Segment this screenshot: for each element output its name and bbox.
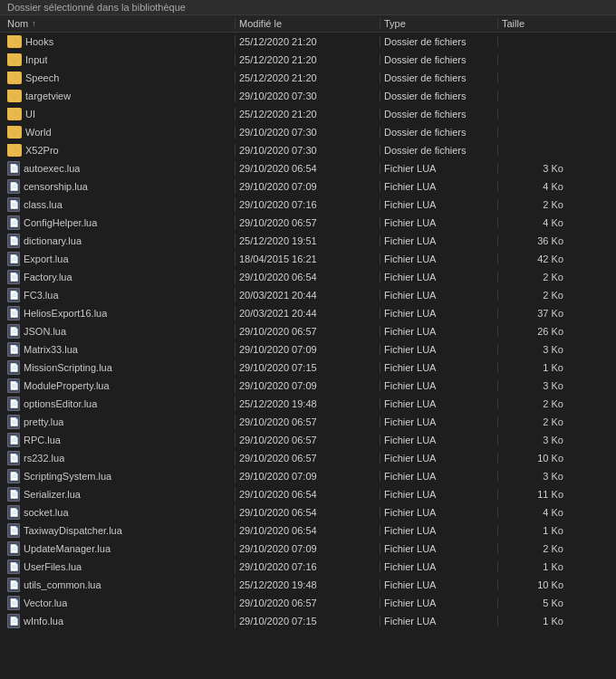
file-name: censorship.lua xyxy=(24,181,88,192)
table-row[interactable]: 📄FC3.lua20/03/2021 20:44Fichier LUA2 Ko xyxy=(0,286,616,304)
table-row[interactable]: 📄pretty.lua29/10/2020 06:57Fichier LUA2 … xyxy=(0,413,616,431)
table-row[interactable]: 📄UserFiles.lua29/10/2020 07:16Fichier LU… xyxy=(0,558,616,576)
file-size: 2 Ko xyxy=(498,272,571,282)
file-name: FC3.lua xyxy=(24,290,59,301)
file-name: Vector.lua xyxy=(24,598,67,608)
lua-file-icon: 📄 xyxy=(7,215,20,230)
table-row[interactable]: X52Pro29/10/2020 07:30Dossier de fichier… xyxy=(0,141,616,159)
file-name-cell: 📄utils_common.lua xyxy=(0,578,236,592)
file-name-cell: 📄socket.lua xyxy=(0,505,236,520)
file-size: 5 Ko xyxy=(498,598,571,608)
table-row[interactable]: Speech25/12/2020 21:20Dossier de fichier… xyxy=(0,69,616,87)
file-type: Fichier LUA xyxy=(380,598,498,608)
file-type: Fichier LUA xyxy=(380,561,498,572)
file-modified: 29/10/2020 06:54 xyxy=(236,272,380,282)
file-type: Fichier LUA xyxy=(380,398,498,409)
file-size: 1 Ko xyxy=(498,616,571,626)
table-row[interactable]: 📄ScriptingSystem.lua29/10/2020 07:09Fich… xyxy=(0,467,616,485)
col-header-modified[interactable]: Modifié le xyxy=(236,18,380,29)
table-row[interactable]: 📄Vector.lua29/10/2020 06:57Fichier LUA5 … xyxy=(0,594,616,612)
file-name-cell: targetview xyxy=(0,90,236,102)
table-row[interactable]: 📄RPC.lua29/10/2020 06:57Fichier LUA3 Ko xyxy=(0,431,616,449)
table-row[interactable]: 📄wInfo.lua29/10/2020 07:15Fichier LUA1 K… xyxy=(0,612,616,630)
file-modified: 29/10/2020 06:57 xyxy=(236,453,380,464)
table-row[interactable]: 📄Factory.lua29/10/2020 06:54Fichier LUA2… xyxy=(0,268,616,286)
file-modified: 25/12/2020 21:20 xyxy=(236,54,380,65)
table-row[interactable]: 📄JSON.lua29/10/2020 06:57Fichier LUA26 K… xyxy=(0,322,616,340)
file-modified: 29/10/2020 06:57 xyxy=(236,435,380,445)
table-row[interactable]: 📄MissionScripting.lua29/10/2020 07:15Fic… xyxy=(0,359,616,377)
lua-file-icon: 📄 xyxy=(7,451,20,465)
file-modified: 29/10/2020 07:09 xyxy=(236,471,380,482)
table-row[interactable]: 📄censorship.lua29/10/2020 07:09Fichier L… xyxy=(0,177,616,196)
file-name-cell: World xyxy=(0,126,236,139)
file-list: Hooks25/12/2020 21:20Dossier de fichiers… xyxy=(0,33,616,630)
file-name: Matrix33.lua xyxy=(24,344,78,355)
file-modified: 29/10/2020 06:57 xyxy=(236,416,380,427)
file-name: Serializer.lua xyxy=(24,489,81,500)
table-row[interactable]: 📄ModuleProperty.lua29/10/2020 07:09Fichi… xyxy=(0,377,616,395)
col-header-type[interactable]: Type xyxy=(380,18,498,29)
lua-file-icon: 📄 xyxy=(7,234,20,248)
file-type: Fichier LUA xyxy=(380,199,498,210)
file-type: Dossier de fichiers xyxy=(380,36,498,47)
file-name-cell: 📄UserFiles.lua xyxy=(0,559,236,574)
table-row[interactable]: 📄UpdateManager.lua29/10/2020 07:09Fichie… xyxy=(0,540,616,558)
file-name: TaxiwayDispatcher.lua xyxy=(24,525,122,536)
file-name: UserFiles.lua xyxy=(24,561,82,572)
file-type: Fichier LUA xyxy=(380,416,498,427)
file-type: Fichier LUA xyxy=(380,489,498,500)
file-size: 2 Ko xyxy=(498,398,571,409)
lua-file-icon: 📄 xyxy=(7,596,20,610)
file-modified: 29/10/2020 07:09 xyxy=(236,543,380,554)
table-row[interactable]: 📄Export.lua18/04/2015 16:21Fichier LUA42… xyxy=(0,250,616,268)
table-row[interactable]: 📄Matrix33.lua29/10/2020 07:09Fichier LUA… xyxy=(0,340,616,359)
file-name: Hooks xyxy=(25,36,53,47)
file-modified: 29/10/2020 06:57 xyxy=(236,217,380,228)
table-row[interactable]: 📄class.lua29/10/2020 07:16Fichier LUA2 K… xyxy=(0,196,616,214)
table-row[interactable]: 📄rs232.lua29/10/2020 06:57Fichier LUA10 … xyxy=(0,449,616,467)
file-name: HeliosExport16.lua xyxy=(24,308,107,319)
file-name: JSON.lua xyxy=(24,326,66,337)
file-modified: 29/10/2020 07:16 xyxy=(236,561,380,572)
table-row[interactable]: 📄optionsEditor.lua25/12/2020 19:48Fichie… xyxy=(0,395,616,413)
file-name: ScriptingSystem.lua xyxy=(24,471,111,482)
table-row[interactable]: Input25/12/2020 21:20Dossier de fichiers xyxy=(0,51,616,69)
file-name-cell: 📄censorship.lua xyxy=(0,179,236,194)
table-row[interactable]: UI25/12/2020 21:20Dossier de fichiers xyxy=(0,105,616,123)
file-modified: 29/10/2020 06:57 xyxy=(236,326,380,337)
file-size: 2 Ko xyxy=(498,543,571,554)
folder-icon xyxy=(7,126,22,139)
table-row[interactable]: 📄autoexec.lua29/10/2020 06:54Fichier LUA… xyxy=(0,159,616,177)
file-name-cell: X52Pro xyxy=(0,144,236,157)
folder-icon xyxy=(7,144,22,157)
col-header-size[interactable]: Taille xyxy=(498,18,571,29)
lua-file-icon: 📄 xyxy=(7,433,20,447)
file-modified: 29/10/2020 07:09 xyxy=(236,181,380,192)
file-name: Input xyxy=(25,54,47,65)
folder-icon xyxy=(7,35,22,48)
file-size: 3 Ko xyxy=(498,435,571,445)
file-name-cell: 📄class.lua xyxy=(0,197,236,212)
table-row[interactable]: 📄utils_common.lua25/12/2020 19:48Fichier… xyxy=(0,576,616,594)
table-row[interactable]: 📄ConfigHelper.lua29/10/2020 06:57Fichier… xyxy=(0,214,616,232)
table-row[interactable]: targetview29/10/2020 07:30Dossier de fic… xyxy=(0,87,616,105)
lua-file-icon: 📄 xyxy=(7,397,20,411)
table-row[interactable]: 📄Serializer.lua29/10/2020 06:54Fichier L… xyxy=(0,485,616,503)
file-size: 2 Ko xyxy=(498,416,571,427)
lua-file-icon: 📄 xyxy=(7,614,20,628)
file-name-cell: 📄RPC.lua xyxy=(0,433,236,447)
table-row[interactable]: 📄HeliosExport16.lua20/03/2021 20:44Fichi… xyxy=(0,304,616,322)
col-header-nom[interactable]: Nom ↑ xyxy=(0,18,236,29)
table-row[interactable]: 📄dictionary.lua25/12/2020 19:51Fichier L… xyxy=(0,232,616,250)
file-name-cell: 📄Factory.lua xyxy=(0,270,236,284)
table-row[interactable]: World29/10/2020 07:30Dossier de fichiers xyxy=(0,123,616,141)
table-row[interactable]: 📄TaxiwayDispatcher.lua29/10/2020 06:54Fi… xyxy=(0,521,616,540)
file-modified: 29/10/2020 07:16 xyxy=(236,199,380,210)
table-row[interactable]: Hooks25/12/2020 21:20Dossier de fichiers xyxy=(0,33,616,51)
file-size: 3 Ko xyxy=(498,344,571,355)
table-row[interactable]: 📄socket.lua29/10/2020 06:54Fichier LUA4 … xyxy=(0,503,616,521)
lua-file-icon: 📄 xyxy=(7,378,20,393)
file-size: 1 Ko xyxy=(498,362,571,373)
folder-icon xyxy=(7,90,22,102)
